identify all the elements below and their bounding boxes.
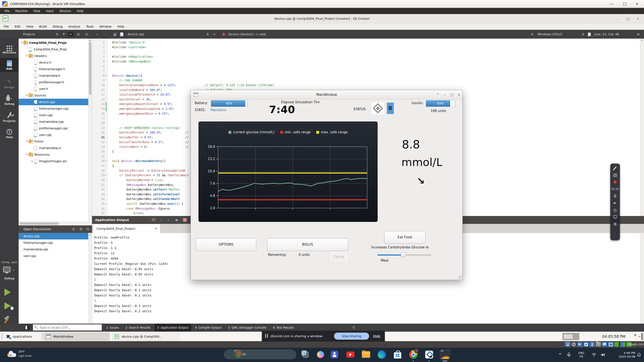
mode-edit[interactable]: Edit — [0, 58, 18, 72]
close-button[interactable]: × — [631, 0, 643, 8]
mode-debug[interactable]: ▸Debug — [0, 93, 18, 107]
qtc-menu-view[interactable]: View — [24, 23, 36, 30]
tree-item-user-cpp[interactable]: C+user.cpp — [18, 132, 88, 138]
output-tab[interactable]: Comp3004_Final_Project ✕ — [93, 224, 160, 233]
bolus-button[interactable]: BOLUS — [267, 238, 348, 251]
run-button[interactable] — [4, 288, 11, 296]
taskbar-search[interactable]: Search — [224, 349, 296, 359]
tree-vertical-scrollbar[interactable]: ▲ — [88, 39, 92, 221]
kit-chevron-icon[interactable]: ▸ — [13, 268, 15, 272]
open-document-user-cpp[interactable]: user.cpp — [18, 253, 92, 259]
cd-status-icon[interactable] — [571, 342, 576, 347]
project-selector-label[interactable]: Comp...ject — [0, 260, 18, 264]
language-indicator[interactable]: ENG US — [576, 348, 586, 362]
tree-horizontal-scrollbar[interactable] — [18, 221, 92, 225]
tree-item-profilemanager-h[interactable]: hprofilemanager.h — [18, 79, 88, 86]
dialog-minimize-button[interactable]: – — [442, 90, 448, 99]
wifi-icon[interactable] — [592, 348, 597, 362]
panes-chevron-icon[interactable]: ⇅ — [352, 324, 355, 331]
folder-status-icon[interactable] — [596, 342, 601, 347]
mode-welcome[interactable]: Welcome — [0, 42, 18, 56]
build-button[interactable] — [4, 315, 12, 324]
split-editor-icon[interactable]: ⊞ — [637, 30, 640, 39]
pencil-icon[interactable] — [615, 166, 616, 170]
panel-handle-icon[interactable] — [1, 333, 3, 340]
open-documents-scrollbar[interactable]: ▲ — [88, 233, 92, 324]
vm-icon[interactable]: C4 — [440, 349, 450, 359]
workspace-switcher[interactable] — [562, 333, 579, 340]
qtc-menu-debug[interactable]: Debug — [50, 23, 66, 30]
stop-sharing-button[interactable]: Stop sharing — [334, 333, 369, 340]
tree-item-sources[interactable]: ▾C+Sources — [18, 92, 88, 99]
rerun-icon[interactable]: ▶ — [176, 216, 178, 224]
speaker-icon[interactable] — [613, 201, 617, 205]
tree-item-resources[interactable]: ▾▦Resources — [18, 151, 88, 158]
sidebar-toggle-icon[interactable] — [24, 325, 30, 330]
logout-icon[interactable] — [634, 334, 640, 339]
vbox-menu-view[interactable]: View — [30, 8, 43, 14]
vbox-menu-devices[interactable]: Devices — [56, 8, 74, 14]
qtc-menu-help[interactable]: Help — [114, 23, 127, 30]
tree-item-historymanager-h[interactable]: hhistorymanager.h — [18, 66, 88, 72]
vbox-menu-help[interactable]: Help — [74, 8, 86, 14]
vm-clock[interactable]: 04:05:58 PM — [595, 332, 632, 341]
output-pane-application-output[interactable]: 3Application Output — [154, 324, 191, 331]
output-tab-close-icon[interactable]: ✕ — [155, 224, 157, 233]
store-icon[interactable] — [392, 349, 402, 359]
meal-slider[interactable] — [378, 252, 431, 257]
gear-icon[interactable]: ⚙ — [613, 222, 616, 226]
qtc-menu-edit[interactable]: Edit — [12, 23, 23, 30]
record-icon[interactable] — [614, 180, 616, 184]
applications-menu[interactable]: Applications — [13, 332, 32, 341]
back-icon[interactable]: ‹ — [96, 30, 98, 39]
audio-status-icon[interactable] — [578, 342, 582, 347]
tree-item-mainwindow-h[interactable]: hmainwindow.h — [18, 72, 88, 79]
open-document-mainwindow-cpp[interactable]: mainwindow.cpp — [18, 246, 92, 253]
tree-item-historymanager-cpp[interactable]: C+historymanager.cpp — [18, 105, 88, 112]
forward-icon[interactable]: › — [105, 30, 106, 39]
mode-projects[interactable]: Projects — [0, 110, 18, 124]
tree-item-main-cpp[interactable]: C+main.cpp — [18, 112, 88, 118]
qtcreator-maximize-button[interactable]: □ — [624, 15, 632, 22]
projects-pane-selector[interactable]: Projects — [23, 30, 35, 39]
tree-item-device-cpp[interactable]: C+device.cpp — [18, 99, 88, 105]
edge-icon[interactable] — [377, 349, 387, 359]
file-dropdown-icon[interactable]: ⇅ — [206, 30, 209, 39]
filter-icon[interactable]: ▼ — [63, 30, 64, 39]
chrome-icon[interactable] — [408, 349, 418, 359]
hdd-status-icon[interactable] — [565, 342, 570, 347]
applications-menu-icon[interactable]: ✖ — [5, 333, 12, 340]
dialog-resize-grip[interactable] — [458, 276, 462, 279]
files-icon[interactable] — [361, 349, 371, 359]
vbox-menu-machine[interactable]: Machine — [12, 8, 31, 14]
weather-temperature[interactable]: 23°F — [18, 350, 25, 353]
volume-icon[interactable] — [601, 348, 606, 362]
tree-item-headers[interactable]: ▾hHeaders — [18, 53, 88, 59]
options-button[interactable]: OPTIONS — [196, 238, 256, 251]
output-scrollbar[interactable] — [640, 233, 644, 324]
teams-icon[interactable] — [330, 349, 340, 359]
clear-output-icon[interactable]: ⌦ — [152, 216, 156, 224]
task-view-icon[interactable] — [300, 349, 310, 359]
clip-status-icon[interactable] — [620, 342, 626, 347]
tree-item-user-h[interactable]: huser.h — [18, 86, 88, 92]
tree-item-images-images-qrc[interactable]: ▸▦Images/Images.qrc — [18, 158, 88, 164]
qtc-menu-analyze[interactable]: Analyze — [66, 23, 83, 30]
monitor-icon[interactable] — [613, 215, 617, 219]
editor-scrollbar[interactable]: ▲ — [640, 39, 644, 216]
microphone-icon[interactable] — [566, 348, 571, 362]
output-pane-compile-output[interactable]: 4Compile Output — [192, 324, 224, 331]
cancel-button[interactable]: Cancel — [329, 251, 348, 263]
net-status-icon[interactable] — [614, 342, 619, 347]
dialog-maximize-button[interactable]: □ — [448, 90, 456, 99]
cursor-position[interactable]: Line: 21, Col: 46 — [594, 30, 619, 39]
tree-item-mainwindow-cpp[interactable]: C+mainwindow.cpp — [18, 118, 88, 125]
locator-input[interactable] — [33, 324, 102, 331]
prev-item-icon[interactable]: ‹ — [160, 216, 161, 224]
eat-food-button[interactable]: Eat Food — [384, 231, 426, 244]
qtc-menu-tools[interactable]: Tools — [83, 23, 96, 30]
vm-task-device-cpp-comp300-[interactable]: QCdevice.cpp @ Comp300... — [112, 333, 179, 340]
output-pane-test-results[interactable]: 8Test Results — [270, 324, 296, 331]
display-status-icon[interactable] — [602, 342, 607, 347]
hide-link[interactable]: Hide — [373, 331, 380, 341]
